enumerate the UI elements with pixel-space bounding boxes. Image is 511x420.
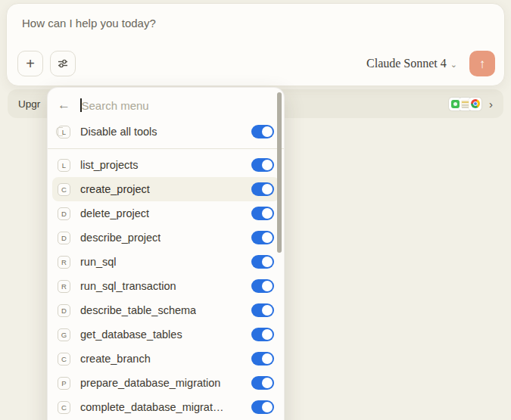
tool-toggle[interactable] — [251, 376, 274, 390]
disable-all-tools-label: Disable all tools — [80, 126, 157, 138]
tool-toggle[interactable] — [251, 255, 274, 269]
tool-row[interactable]: P prepare_database_migration — [52, 371, 279, 395]
tool-badge: R — [58, 256, 70, 269]
upgrade-banner-text: Upgr — [18, 98, 40, 110]
tool-badge: L — [58, 159, 70, 172]
model-selector[interactable]: Claude Sonnet 4 ⌄ — [366, 57, 457, 70]
tool-badge: R — [58, 280, 70, 293]
tool-toggle[interactable] — [251, 158, 274, 172]
tool-row[interactable]: D delete_project — [52, 201, 279, 226]
tool-label: list_projects — [80, 159, 139, 171]
tools-list: L list_projects C create_project D delet… — [52, 153, 279, 419]
tool-row[interactable]: D describe_project — [52, 226, 279, 250]
menu-divider — [48, 148, 284, 149]
chevron-right-icon: › — [489, 98, 493, 110]
tool-badge: D — [58, 207, 70, 220]
connected-app-icons — [449, 98, 481, 110]
chevron-down-icon: ⌄ — [450, 60, 457, 70]
tool-toggle[interactable] — [251, 303, 274, 317]
tools-menu-button[interactable] — [50, 51, 76, 76]
tool-label: complete_database_migrat… — [80, 401, 223, 413]
tool-badge: G — [58, 328, 70, 341]
disable-all-tools-row[interactable]: L Disable all tools — [52, 119, 279, 145]
tool-toggle[interactable] — [251, 207, 274, 220]
banner-right: › — [449, 98, 493, 110]
tool-toggle[interactable] — [251, 231, 274, 244]
tool-label: describe_project — [80, 232, 160, 244]
stacked-key-badge: L — [58, 126, 70, 138]
tool-row[interactable]: R run_sql — [52, 250, 279, 274]
tool-toggle[interactable] — [251, 182, 274, 196]
tool-toggle[interactable] — [251, 279, 274, 293]
chrome-icon — [469, 98, 481, 110]
tool-row[interactable]: D describe_table_schema — [52, 298, 279, 322]
disable-all-toggle[interactable] — [251, 125, 274, 138]
tool-row[interactable]: R run_sql_transaction — [52, 274, 279, 298]
tool-label: describe_table_schema — [80, 304, 196, 316]
tool-row[interactable]: G get_database_tables — [52, 322, 279, 347]
tool-badge: C — [58, 401, 70, 414]
tool-label: get_database_tables — [80, 328, 182, 341]
arrow-up-icon: ↑ — [479, 58, 486, 70]
model-name: Claude Sonnet 4 — [366, 57, 447, 70]
tool-toggle[interactable] — [251, 352, 274, 366]
tool-badge: D — [58, 232, 70, 244]
tool-toggle[interactable] — [251, 328, 274, 341]
menu-scrollbar[interactable] — [277, 92, 282, 253]
tool-row[interactable]: C complete_database_migrat… — [52, 395, 279, 419]
tool-badge: D — [58, 304, 70, 317]
tool-row[interactable]: L list_projects — [52, 153, 279, 177]
tool-label: run_sql_transaction — [80, 280, 176, 292]
back-arrow-icon[interactable]: ← — [58, 98, 70, 113]
menu-search-row: ← — [52, 92, 279, 119]
tool-badge: P — [58, 377, 70, 390]
sliders-icon — [57, 58, 69, 70]
tool-label: prepare_database_migration — [80, 377, 220, 389]
tool-label: create_project — [80, 183, 150, 195]
tool-label: create_branch — [80, 353, 151, 365]
menu-search-input[interactable] — [82, 99, 233, 112]
composer-placeholder: How can I help you today? — [22, 17, 156, 30]
tool-row[interactable]: C create_project — [52, 177, 279, 201]
tool-badge: C — [58, 183, 70, 196]
tool-row[interactable]: C create_branch — [52, 347, 279, 371]
send-button[interactable]: ↑ — [469, 51, 495, 76]
composer-toolbar: + Claude Sonnet 4 ⌄ ↑ — [17, 50, 495, 77]
chat-composer[interactable]: How can I help you today? + Claude Sonne… — [6, 3, 505, 86]
tool-badge: C — [58, 353, 70, 366]
plus-icon: + — [26, 56, 35, 71]
attach-button[interactable]: + — [17, 51, 43, 76]
tool-label: delete_project — [80, 207, 149, 219]
tool-label: run_sql — [80, 256, 117, 268]
tool-toggle[interactable] — [251, 400, 274, 414]
tools-menu: ← L Disable all tools L list_projects C … — [47, 87, 285, 420]
